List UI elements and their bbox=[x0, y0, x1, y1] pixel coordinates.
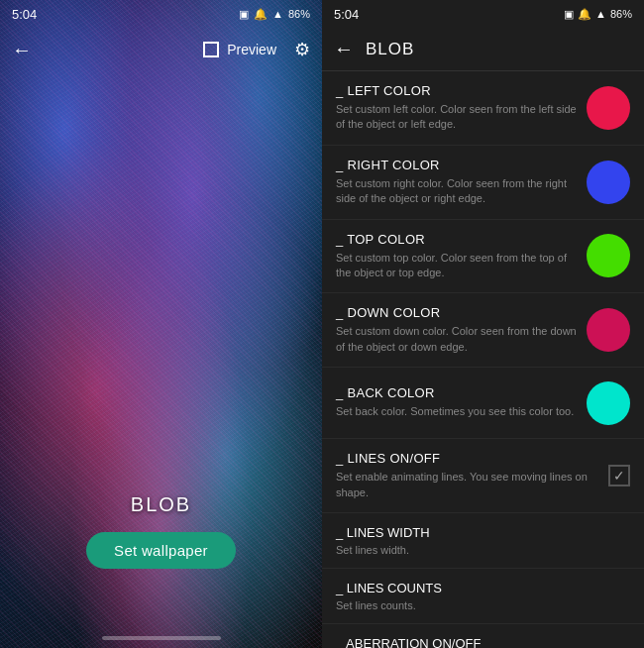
color-swatch[interactable] bbox=[587, 234, 630, 277]
notification-icon: 🔔 bbox=[254, 8, 268, 21]
setting-text: _ BACK COLOR Set back color. Sometimes y… bbox=[336, 385, 577, 419]
setting-item-down-color[interactable]: _ DOWN COLOR Set custom down color. Colo… bbox=[322, 293, 644, 368]
setting-item-lines-width[interactable]: _ LINES WIDTH Set lines width. bbox=[322, 513, 644, 569]
setting-title: _ LEFT COLOR bbox=[336, 83, 577, 98]
left-status-icons: ▣ 🔔 ▲ 86% bbox=[239, 8, 310, 21]
setting-desc: Set enable animating lines. You see movi… bbox=[336, 470, 598, 500]
setting-desc: Set back color. Sometimes you see this c… bbox=[336, 404, 577, 419]
left-time: 5:04 bbox=[12, 7, 37, 22]
setting-item-aberration-onoff[interactable]: _ ABERRATION ON/OFF bbox=[322, 624, 644, 648]
camera-icon: ▣ bbox=[239, 8, 249, 21]
set-wallpaper-button[interactable]: Set wallpaper bbox=[86, 532, 236, 569]
setting-desc: Set lines width. bbox=[336, 544, 630, 556]
setting-title: _ RIGHT COLOR bbox=[336, 158, 577, 172]
blob-label-area: BLOB Set wallpaper bbox=[0, 493, 322, 569]
setting-text: _ LINES ON/OFF Set enable animating line… bbox=[336, 451, 598, 500]
right-signal-icon: ▲ bbox=[595, 8, 606, 20]
setting-text: _ RIGHT COLOR Set custom right color. Co… bbox=[336, 158, 577, 207]
settings-gear-icon[interactable]: ⚙ bbox=[294, 39, 310, 60]
blob-title: BLOB bbox=[131, 493, 191, 516]
setting-title: _ TOP COLOR bbox=[336, 232, 577, 247]
setting-title: _ DOWN COLOR bbox=[336, 305, 577, 320]
setting-desc: Set custom top color. Color seen from th… bbox=[336, 251, 577, 281]
right-toolbar: ← BLOB bbox=[322, 28, 644, 71]
right-camera-icon: ▣ bbox=[564, 8, 574, 21]
right-status-icons: ▣ 🔔 ▲ 86% bbox=[564, 8, 632, 21]
right-panel: 5:04 ▣ 🔔 ▲ 86% ← BLOB _ LEFT COLOR Set c… bbox=[322, 0, 644, 648]
right-battery-icon: 86% bbox=[610, 8, 632, 20]
right-notification-icon: 🔔 bbox=[578, 8, 591, 21]
battery-icon: 86% bbox=[288, 8, 310, 20]
left-toolbar: ← Preview ⚙ bbox=[0, 28, 322, 71]
preview-area: Preview ⚙ bbox=[203, 39, 310, 60]
right-time: 5:04 bbox=[334, 7, 359, 22]
setting-text: _ TOP COLOR Set custom top color. Color … bbox=[336, 232, 577, 281]
right-status-bar: 5:04 ▣ 🔔 ▲ 86% bbox=[322, 0, 644, 28]
setting-desc: Set lines counts. bbox=[336, 599, 630, 611]
color-swatch[interactable] bbox=[587, 308, 630, 352]
preview-checkbox[interactable] bbox=[203, 42, 219, 57]
color-swatch[interactable] bbox=[587, 161, 630, 204]
setting-text: _ DOWN COLOR Set custom down color. Colo… bbox=[336, 305, 577, 355]
right-screen-title: BLOB bbox=[366, 40, 414, 59]
setting-item-right-color[interactable]: _ RIGHT COLOR Set custom right color. Co… bbox=[322, 146, 644, 220]
setting-item-lines-onoff[interactable]: _ LINES ON/OFF Set enable animating line… bbox=[322, 439, 644, 513]
bottom-nav-bar bbox=[102, 636, 221, 640]
setting-title: _ LINES COUNTS bbox=[336, 581, 630, 595]
setting-desc: Set custom left color. Color seen from t… bbox=[336, 102, 577, 133]
left-back-button[interactable]: ← bbox=[12, 39, 32, 61]
setting-item-lines-counts[interactable]: _ LINES COUNTS Set lines counts. bbox=[322, 569, 644, 624]
color-swatch[interactable] bbox=[587, 381, 630, 425]
setting-item-top-color[interactable]: _ TOP COLOR Set custom top color. Color … bbox=[322, 220, 644, 294]
setting-title: _ LINES ON/OFF bbox=[336, 451, 598, 466]
preview-label: Preview bbox=[227, 42, 276, 57]
setting-title: _ LINES WIDTH bbox=[336, 525, 630, 540]
setting-desc: Set custom down color. Color seen from t… bbox=[336, 324, 577, 355]
setting-item-left-color[interactable]: _ LEFT COLOR Set custom left color. Colo… bbox=[322, 71, 644, 146]
setting-title: _ ABERRATION ON/OFF bbox=[336, 636, 630, 648]
checkmark-icon: ✓ bbox=[613, 468, 625, 484]
setting-text: _ LEFT COLOR Set custom left color. Colo… bbox=[336, 83, 577, 133]
settings-list: _ LEFT COLOR Set custom left color. Colo… bbox=[322, 71, 644, 648]
setting-item-back-color[interactable]: _ BACK COLOR Set back color. Sometimes y… bbox=[322, 368, 644, 439]
color-swatch[interactable] bbox=[587, 86, 630, 130]
left-panel: 5:04 ▣ 🔔 ▲ 86% ← Preview ⚙ BLOB Set wall… bbox=[0, 0, 322, 648]
signal-icon: ▲ bbox=[272, 8, 283, 20]
setting-title: _ BACK COLOR bbox=[336, 385, 577, 400]
lines-checkbox[interactable]: ✓ bbox=[608, 465, 630, 486]
right-back-button[interactable]: ← bbox=[334, 38, 354, 60]
setting-desc: Set custom right color. Color seen from … bbox=[336, 176, 577, 207]
left-status-bar: 5:04 ▣ 🔔 ▲ 86% bbox=[0, 0, 322, 28]
